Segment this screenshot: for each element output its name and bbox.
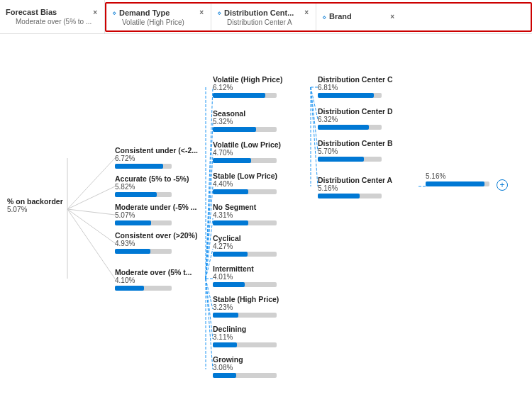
l1-label-0: Consistent under (<-2... (115, 146, 198, 155)
l2-bar-fill-1 (213, 127, 256, 132)
chip-demand-type[interactable]: ⬦ Demand Type × Volatile (High Price) (106, 4, 211, 30)
l2-label-0: Volatile (High Price) (213, 75, 282, 84)
l2-value-3: 4.40% (213, 180, 277, 188)
svg-line-8 (206, 155, 213, 279)
l3-bar-fill-0 (318, 93, 374, 98)
svg-line-3 (67, 209, 115, 243)
l2-node-9[interactable]: Growing 3.08% (213, 355, 277, 378)
l2-label-3: Stable (Low Price) (213, 172, 277, 180)
l2-bar-bg-1 (213, 127, 277, 132)
chip-demand-type-sub: Volatile (High Price) (112, 18, 204, 26)
l1-node-4-selected[interactable]: Moderate over (5% t... 4.10% (115, 268, 192, 291)
l1-node-3[interactable]: Consistent over (>20%) 4.93% (115, 231, 197, 254)
l3-bar-fill-1 (318, 125, 369, 130)
l1-bar-fill-2 (115, 220, 151, 225)
chip-demand-type-icon: ⬦ (112, 9, 116, 16)
l3-node-0[interactable]: Distribution Center C 6.81% (318, 75, 393, 98)
l1-node-2[interactable]: Moderate under (-5% ... 5.07% (115, 203, 197, 225)
l2-bar-bg-7 (213, 313, 277, 318)
l1-bar-fill-0 (115, 164, 163, 169)
l1-bar-container-3 (115, 249, 197, 254)
decomposition-tree: % on backorder 5.07% Consistent under (<… (0, 34, 532, 397)
l2-node-5[interactable]: Cyclical 4.27% (213, 234, 277, 257)
l2-node-7[interactable]: Stable (High Price) 3.23% (213, 295, 279, 318)
l3-label-3: Distribution Center A (318, 176, 392, 184)
chip-brand[interactable]: ⬦ Brand × (316, 4, 401, 30)
l1-value-1: 5.82% (115, 183, 189, 191)
l2-label-5: Cyclical (213, 234, 277, 242)
l2-node-1[interactable]: Seasonal 5.32% (213, 109, 277, 132)
l3-bar-bg-0 (318, 93, 382, 98)
l2-node-3[interactable]: Stable (Low Price) 4.40% (213, 172, 277, 194)
l3-node-2[interactable]: Distribution Center B 5.70% (318, 139, 393, 162)
l3-node-3-selected[interactable]: Distribution Center A 5.16% (318, 176, 392, 198)
l2-value-9: 3.08% (213, 364, 277, 371)
l2-bar-container-2 (213, 158, 281, 163)
l1-node-1[interactable]: Accurate (5% to -5%) 5.82% (115, 174, 189, 197)
l3-bar-container-0 (318, 93, 393, 98)
l2-node-6[interactable]: Intermittent 4.01% (213, 264, 277, 287)
svg-line-0 (67, 158, 115, 209)
chip-forecast-bias-label: Forecast Bias (6, 8, 57, 16)
l2-value-5: 4.27% (213, 242, 277, 250)
chip-dist-icon: ⬦ (217, 9, 221, 16)
l3-bar-container-1 (318, 125, 393, 130)
l1-label-1: Accurate (5% to -5%) (115, 174, 189, 183)
l1-bar-bg-2 (115, 220, 172, 225)
l2-node-8[interactable]: Declining 3.11% (213, 325, 277, 347)
l2-bar-fill-6 (213, 282, 245, 287)
svg-line-18 (311, 87, 318, 119)
chip-distribution-center-close[interactable]: × (304, 9, 309, 16)
l2-node-0-selected[interactable]: Volatile (High Price) 6.12% (213, 75, 282, 98)
l3-value-3: 5.16% (318, 184, 392, 192)
chip-distribution-center[interactable]: ⬦ Distribution Cent... × Distribution Ce… (211, 4, 316, 30)
l3-bar-bg-2 (318, 157, 382, 162)
l1-bar-container-1 (115, 192, 189, 197)
root-label: % on backorder (7, 197, 63, 206)
l1-node-0[interactable]: Consistent under (<-2... 6.72% (115, 146, 198, 169)
l2-node-2[interactable]: Volatile (Low Price) 4.70% (213, 140, 281, 163)
l2-bar-bg-3 (213, 189, 277, 194)
l2-value-4: 4.31% (213, 211, 277, 219)
chip-demand-type-label: Demand Type (119, 9, 170, 17)
l2-bar-container-1 (213, 127, 277, 132)
l1-bar-container-4 (115, 286, 192, 291)
svg-line-20 (311, 87, 318, 186)
l2-value-2: 4.70% (213, 149, 281, 157)
svg-line-14 (206, 279, 213, 339)
l1-value-0: 6.72% (115, 155, 198, 162)
chip-forecast-bias[interactable]: Forecast Bias × Moderate over (5% to ... (0, 0, 105, 33)
l2-bar-container-3 (213, 189, 277, 194)
l3-label-1: Distribution Center D (318, 107, 393, 116)
l2-value-1: 5.32% (213, 118, 277, 125)
l3-label-2: Distribution Center B (318, 139, 393, 147)
l2-node-4[interactable]: No Segment 4.31% (213, 203, 277, 225)
l2-label-2: Volatile (Low Price) (213, 140, 281, 149)
l1-label-2: Moderate under (-5% ... (115, 203, 197, 211)
chip-brand-label: Brand (329, 12, 352, 21)
l2-label-6: Intermittent (213, 264, 277, 273)
l2-bar-container-9 (213, 373, 277, 378)
add-level-button[interactable]: + (497, 179, 508, 191)
svg-line-13 (206, 279, 213, 309)
svg-line-2 (67, 209, 115, 215)
l2-bar-fill-2 (213, 158, 251, 163)
l4-value-0: 5.16% (426, 172, 489, 180)
l1-bar-container-2 (115, 220, 197, 225)
l1-value-4: 4.10% (115, 276, 192, 284)
l2-bar-bg-9 (213, 373, 277, 378)
svg-line-19 (311, 87, 318, 151)
l4-bar-fill-0 (426, 181, 484, 186)
l1-value-2: 5.07% (115, 211, 197, 219)
svg-line-1 (67, 186, 115, 209)
l2-label-8: Declining (213, 325, 277, 333)
chip-forecast-bias-close[interactable]: × (93, 9, 97, 16)
l2-bar-bg-6 (213, 282, 277, 287)
main-content: % on backorder 5.07% Consistent under (<… (0, 34, 532, 397)
l4-node-0[interactable]: 5.16% (426, 172, 489, 186)
l2-bar-fill-8 (213, 342, 237, 347)
l3-node-1[interactable]: Distribution Center D 6.32% (318, 107, 393, 130)
svg-line-9 (206, 186, 213, 279)
chip-demand-type-close[interactable]: × (199, 9, 204, 16)
chip-brand-close[interactable]: × (390, 13, 394, 21)
